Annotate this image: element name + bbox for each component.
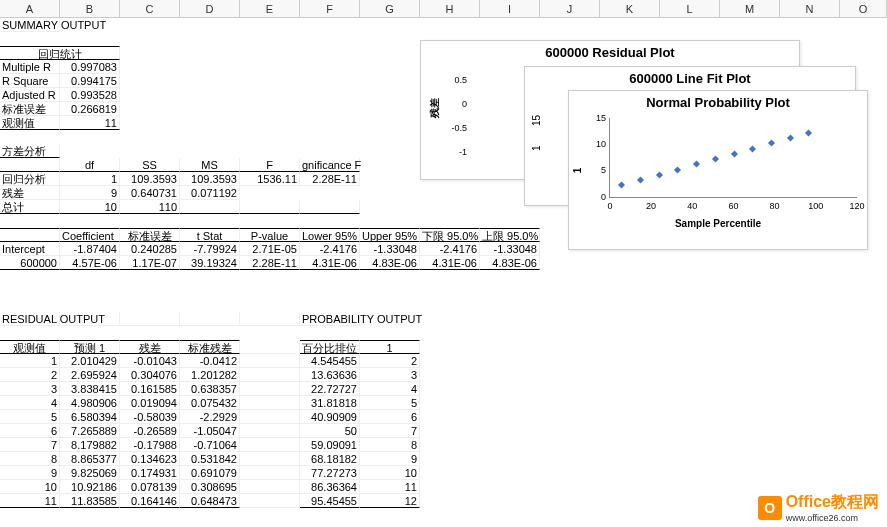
table-row: 67.265889-0.26589-1.05047507 <box>0 424 887 438</box>
col-G[interactable]: G <box>360 0 420 17</box>
col-M[interactable]: M <box>720 0 780 17</box>
res-h: 标准残差 <box>180 340 240 354</box>
data-point <box>805 129 812 136</box>
office-icon: O <box>758 496 782 520</box>
coef-h: 标准误差 <box>120 228 180 242</box>
table-row: 56.580394-0.58039-2.292940.909096 <box>0 410 887 424</box>
data-point <box>787 134 794 141</box>
res-h: 残差 <box>120 340 180 354</box>
coef-label: Intercept <box>0 242 60 256</box>
stat-val: 0.997083 <box>60 60 120 74</box>
data-point <box>731 150 738 157</box>
data-point <box>768 140 775 147</box>
col-N[interactable]: N <box>780 0 840 17</box>
coef-h: P-value <box>240 228 300 242</box>
reg-stats-header: 回归统计 <box>0 46 120 60</box>
anova-row-label: 回归分析 <box>0 172 60 186</box>
coef-h: Lower 95% <box>300 228 360 242</box>
anova-row-label: 总计 <box>0 200 60 214</box>
table-row: 22.6959240.3040761.20128213.636363 <box>0 368 887 382</box>
data-point <box>656 171 663 178</box>
coef-label: 600000 <box>0 256 60 270</box>
logo-brand: Office教程网 <box>786 492 879 513</box>
col-E[interactable]: E <box>240 0 300 17</box>
stat-val: 0.266819 <box>60 102 120 116</box>
stat-label: Multiple R <box>0 60 60 74</box>
data-point <box>712 156 719 163</box>
plot-area: 15 10 5 0 0 20 40 60 80 100 120 <box>609 118 857 198</box>
residual-title: RESIDUAL OUTPUT <box>0 312 60 326</box>
x-axis-label: Sample Percentile <box>569 218 867 229</box>
col-L[interactable]: L <box>660 0 720 17</box>
stat-val: 0.994175 <box>60 74 120 88</box>
summary-title: SUMMARY OUTPUT <box>0 18 60 32</box>
stat-val: 0.993528 <box>60 88 120 102</box>
col-K[interactable]: K <box>600 0 660 17</box>
watermark-logo: O Office教程网 www.office26.com <box>758 492 879 523</box>
probability-title: PROBABILITY OUTPUT <box>300 312 360 326</box>
col-F[interactable]: F <box>300 0 360 17</box>
logo-url: www.office26.com <box>786 513 879 523</box>
coef-h: Upper 95% <box>360 228 420 242</box>
stat-label: 标准误差 <box>0 102 60 116</box>
col-A[interactable]: A <box>0 0 60 17</box>
table-row: 1010.921860.0781390.30869586.3636411 <box>0 480 887 494</box>
column-headers: A B C D E F G H I J K L M N O <box>0 0 887 18</box>
col-C[interactable]: C <box>120 0 180 17</box>
chart-title: Normal Probability Plot <box>569 91 867 114</box>
table-row: 88.8653770.1346230.53184268.181829 <box>0 452 887 466</box>
stat-val: 11 <box>60 116 120 130</box>
prob-h: 1 <box>360 340 420 354</box>
col-D[interactable]: D <box>180 0 240 17</box>
normal-probability-plot-chart[interactable]: Normal Probability Plot 1 15 10 5 0 0 20… <box>568 90 868 250</box>
chart-title: 600000 Line Fit Plot <box>525 67 855 90</box>
data-point <box>674 166 681 173</box>
anova-h-df: df <box>60 158 120 172</box>
table-row: 78.179882-0.17988-0.7106459.090918 <box>0 438 887 452</box>
res-h: 观测值 <box>0 340 60 354</box>
anova-row-label: 残差 <box>0 186 60 200</box>
anova-h-ss: SS <box>120 158 180 172</box>
table-row: 33.8384150.1615850.63835722.727274 <box>0 382 887 396</box>
y-axis-label: 残差 <box>428 98 442 118</box>
coef-h: t Stat <box>180 228 240 242</box>
table-row: 44.9809060.0190940.07543231.818185 <box>0 396 887 410</box>
anova-h-f: F <box>240 158 300 172</box>
stat-label: R Square <box>0 74 60 88</box>
data-point <box>637 177 644 184</box>
data-point <box>618 182 625 189</box>
chart-title: 600000 Residual Plot <box>421 41 799 64</box>
anova-title: 方差分析 <box>0 144 60 158</box>
col-O[interactable]: O <box>840 0 887 17</box>
chart-stack: 600000 Residual Plot 残差 0.5 0 -0.5 -1 60… <box>420 40 870 250</box>
data-point <box>749 145 756 152</box>
col-H[interactable]: H <box>420 0 480 17</box>
stat-label: Adjusted R <box>0 88 60 102</box>
coef-h: Coefficient <box>60 228 120 242</box>
prob-h: 百分比排位 <box>300 340 360 354</box>
data-point <box>693 161 700 168</box>
table-row: 99.8250690.1749310.69107977.2727310 <box>0 466 887 480</box>
anova-h-sig: gnificance F <box>300 158 360 172</box>
anova-h-ms: MS <box>180 158 240 172</box>
col-B[interactable]: B <box>60 0 120 17</box>
col-J[interactable]: J <box>540 0 600 17</box>
stat-label: 观测值 <box>0 116 60 130</box>
col-I[interactable]: I <box>480 0 540 17</box>
res-h: 预测 1 <box>60 340 120 354</box>
table-row: 1111.835850.1641460.64847395.4545512 <box>0 494 887 508</box>
table-row: 12.010429-0.01043-0.04124.5454552 <box>0 354 887 368</box>
